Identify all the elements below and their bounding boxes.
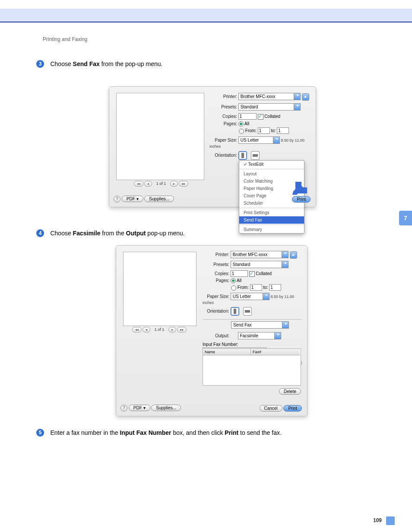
prev-page-button[interactable]: ◂ xyxy=(143,327,150,332)
copies-label: Copies: xyxy=(203,271,229,276)
pages-all-label: All xyxy=(244,121,249,126)
help-button[interactable]: ? xyxy=(120,405,127,412)
paper-size-select[interactable]: US Letter xyxy=(231,293,269,300)
orientation-landscape-button[interactable] xyxy=(251,151,260,160)
menu-item-textedit[interactable]: ✓ TextEdit xyxy=(239,161,304,168)
menu-item-layout[interactable]: Layout xyxy=(239,170,304,177)
orientation-portrait-button[interactable] xyxy=(238,151,247,160)
input-fax-number-label: Input Fax Number: xyxy=(203,342,302,347)
pages-to-input[interactable] xyxy=(269,284,281,291)
output-label: Output: xyxy=(203,333,229,338)
pages-range-radio[interactable] xyxy=(239,129,244,134)
presets-label: Presets: xyxy=(203,262,229,267)
dialog-bottom-right: Cancel Print xyxy=(260,405,302,412)
options-panel: Printer: Brother MFC-xxxx Presets: Stand… xyxy=(209,93,311,160)
menu-item-print-settings[interactable]: Print Settings xyxy=(239,209,304,216)
copies-input[interactable] xyxy=(231,270,248,277)
supplies-button[interactable]: Supplies... xyxy=(144,196,174,202)
document-preview xyxy=(123,252,196,326)
t: Print xyxy=(225,429,238,436)
step-3: 3 Choose Send Fax from the pop-up menu. xyxy=(36,60,162,68)
menu-item-summary[interactable]: Summary xyxy=(239,226,304,233)
print-button[interactable]: Print xyxy=(283,405,302,412)
output-select[interactable]: Facsimile xyxy=(238,332,281,339)
page: Printing and Faxing 3 Choose Send Fax fr… xyxy=(0,0,412,532)
column-fax[interactable]: Fax# xyxy=(250,349,300,355)
page-marker-icon xyxy=(386,516,395,525)
pdf-menu-button[interactable]: PDF ▾ xyxy=(122,196,143,202)
t: US Letter xyxy=(233,294,251,299)
t: US Letter xyxy=(241,138,259,142)
orientation-portrait-button[interactable] xyxy=(231,307,239,316)
t: Choose xyxy=(50,60,73,67)
destination-table[interactable]: NameFax# xyxy=(203,348,301,386)
menu-item-send-fax[interactable]: Send Fax xyxy=(239,216,304,224)
pages-to-input[interactable] xyxy=(277,127,289,134)
delete-button[interactable]: Delete xyxy=(279,388,301,395)
t: Brother MFC-xxxx xyxy=(233,252,268,257)
collated-checkbox[interactable] xyxy=(258,114,263,120)
print-dialog-1: ◂◂◂ 1 of 1 ▸▸▸ Printer: Brother MFC-xxxx… xyxy=(109,86,316,207)
t: Brother MFC-xxxx xyxy=(241,94,276,99)
collated-label: Collated xyxy=(256,271,272,276)
column-name[interactable]: Name xyxy=(203,349,250,355)
next-page-button[interactable]: ▸ xyxy=(168,327,176,332)
printer-label: Printer: xyxy=(209,94,237,99)
copies-label: Copies: xyxy=(209,114,237,119)
pages-all-radio[interactable] xyxy=(238,121,244,127)
printer-info-button[interactable] xyxy=(302,93,309,101)
collated-label: Collated xyxy=(264,114,280,119)
t: to send the fax. xyxy=(238,429,282,436)
preview-pager: ◂◂◂ 1 of 1 ▸▸▸ xyxy=(116,327,203,332)
printer-select[interactable]: Brother MFC-xxxx xyxy=(238,93,301,100)
copies-input[interactable] xyxy=(238,113,257,120)
last-page-button[interactable]: ▸▸ xyxy=(177,327,187,332)
printer-info-button[interactable] xyxy=(290,251,297,259)
pages-all-radio[interactable] xyxy=(231,278,236,283)
cancel-button[interactable]: Cancel xyxy=(260,405,282,412)
t: pop-up menu. xyxy=(146,230,184,237)
pages-from-input[interactable] xyxy=(258,127,270,134)
presets-select[interactable]: Standard xyxy=(238,103,301,111)
t: Enter a fax number in the xyxy=(50,429,120,436)
paper-size-label: Paper Size: xyxy=(209,138,237,142)
to-label: to: xyxy=(263,285,268,290)
from-label: From: xyxy=(238,285,249,290)
prev-page-button[interactable]: ◂ xyxy=(144,181,152,187)
orientation-landscape-button[interactable] xyxy=(243,307,252,316)
from-label: From: xyxy=(245,128,257,133)
top-header-bar xyxy=(0,9,412,22)
supplies-button[interactable]: Supplies... xyxy=(151,405,181,411)
step-5: 5 Enter a fax number in the Input Fax Nu… xyxy=(36,428,282,437)
document-preview xyxy=(116,93,204,180)
first-page-button[interactable]: ◂◂ xyxy=(132,327,142,332)
help-button[interactable]: ? xyxy=(114,196,120,203)
dialog-bottom-left: ? PDF ▾ Supplies... xyxy=(114,196,174,203)
chapter-tab: 7 xyxy=(399,211,412,225)
print-button[interactable]: Print xyxy=(292,196,311,203)
t: from the xyxy=(100,230,126,237)
pdf-menu-button[interactable]: PDF ▾ xyxy=(129,405,150,411)
step-4: 4 Choose Facsimile from the Output pop-u… xyxy=(36,229,185,237)
breadcrumb: Printing and Faxing xyxy=(43,36,87,42)
t: Standard xyxy=(233,262,250,267)
step-4-text: Choose Facsimile from the Output pop-up … xyxy=(50,230,184,237)
step-badge-4: 4 xyxy=(36,229,44,237)
last-page-button[interactable]: ▸▸ xyxy=(179,181,188,187)
page-indicator: 1 of 1 xyxy=(155,327,165,332)
pages-from-input[interactable] xyxy=(250,284,262,291)
section-select[interactable]: Send Fax xyxy=(231,321,289,329)
pages-range-radio[interactable] xyxy=(231,285,236,291)
to-label: to: xyxy=(271,128,276,133)
dialog-bottom-right: Print xyxy=(292,196,311,203)
next-page-button[interactable]: ▸ xyxy=(170,181,178,187)
pages-label: Pages: xyxy=(209,121,237,126)
t: Facsimile xyxy=(73,230,101,237)
printer-select[interactable]: Brother MFC-xxxx xyxy=(231,251,288,258)
pages-label: Pages: xyxy=(203,278,229,283)
paper-size-select[interactable]: US Letter xyxy=(238,136,280,144)
collated-checkbox[interactable] xyxy=(249,271,255,277)
step-badge-3: 3 xyxy=(36,60,44,68)
presets-select[interactable]: Standard xyxy=(231,261,288,268)
first-page-button[interactable]: ◂◂ xyxy=(134,181,143,187)
